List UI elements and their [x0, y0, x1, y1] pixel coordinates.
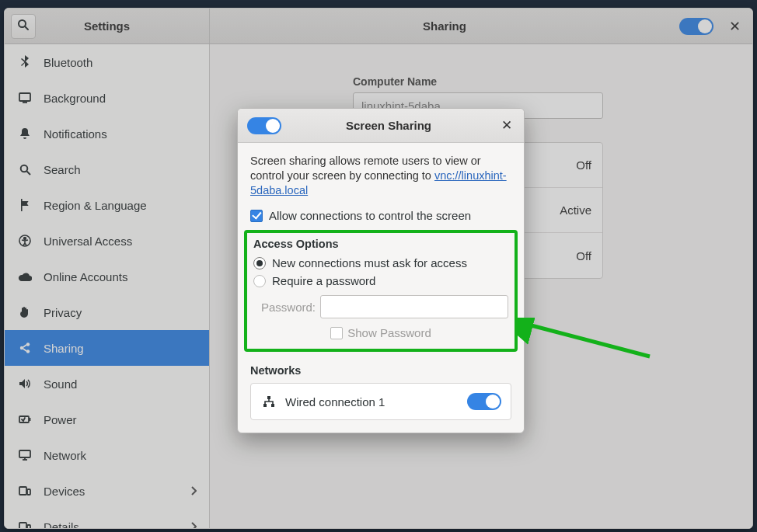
access-options-title: Access Options [253, 238, 508, 250]
close-icon: ✕ [501, 117, 512, 134]
dialog-title: Screen Sharing [281, 119, 496, 132]
show-password-label: Show Password [347, 326, 431, 339]
checkbox-icon [330, 327, 343, 339]
radio-ask-label: New connections must ask for access [272, 256, 467, 269]
radio-pw-label: Require a password [272, 274, 375, 287]
allow-control-checkbox-row[interactable]: Allow connections to control the screen [250, 209, 511, 222]
dialog-close-button[interactable]: ✕ [496, 115, 518, 137]
svg-rect-22 [271, 404, 274, 407]
radio-require-password[interactable]: Require a password [253, 274, 508, 287]
network-switch[interactable] [467, 393, 501, 410]
password-input[interactable] [320, 295, 508, 318]
network-row-wired[interactable]: Wired connection 1 [250, 383, 511, 420]
radio-icon [253, 257, 266, 269]
switch-knob [266, 119, 280, 133]
screen-sharing-dialog: Screen Sharing ✕ Screen sharing allows r… [237, 108, 525, 433]
radio-icon [253, 275, 266, 287]
switch-knob [486, 395, 500, 409]
access-options-highlight-box: Access Options New connections must ask … [244, 230, 518, 352]
dialog-description: Screen sharing allows remote users to vi… [250, 154, 511, 198]
allow-control-label: Allow connections to control the screen [269, 209, 471, 222]
password-row: Password: [253, 295, 508, 318]
dialog-header: Screen Sharing ✕ [238, 109, 524, 143]
svg-rect-20 [267, 396, 270, 399]
show-password-row[interactable]: Show Password [253, 326, 508, 339]
dialog-body: Screen sharing allows remote users to vi… [238, 143, 524, 433]
wired-network-icon [260, 395, 277, 408]
radio-ask-access[interactable]: New connections must ask for access [253, 256, 508, 269]
screen-sharing-switch[interactable] [247, 117, 281, 134]
checkbox-icon [250, 210, 263, 222]
networks-title: Networks [250, 364, 511, 377]
network-row-label: Wired connection 1 [285, 395, 467, 409]
settings-window: Settings Sharing ✕ BluetoothBackgroundNo… [4, 8, 753, 529]
password-label: Password: [253, 301, 316, 314]
svg-rect-21 [263, 404, 267, 407]
